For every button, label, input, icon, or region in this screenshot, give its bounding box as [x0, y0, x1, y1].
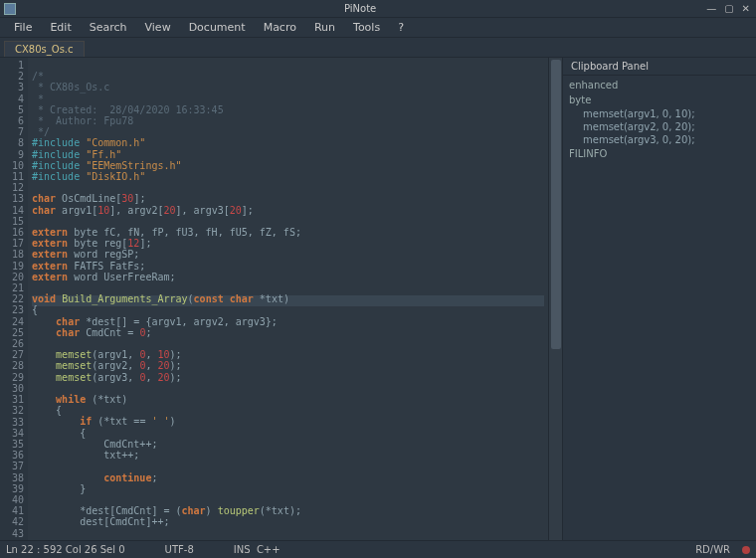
window-title: PiNote [20, 3, 700, 14]
minimize-button[interactable]: — [706, 3, 716, 14]
clipboard-panel-title: Clipboard Panel [563, 58, 756, 76]
titlebar: PiNote — ▢ ✕ [0, 0, 756, 18]
line-gutter: 1234567891011121314151617181920212223242… [0, 58, 28, 540]
status-indicator-icon [742, 546, 750, 554]
tabbar: CX80s_Os.c [0, 38, 756, 58]
status-position: Ln 22 : 592 Col 26 Sel 0 [6, 544, 125, 555]
close-button[interactable]: ✕ [742, 3, 750, 14]
editor[interactable]: 1234567891011121314151617181920212223242… [0, 58, 562, 540]
menu-view[interactable]: View [137, 19, 179, 36]
clipboard-panel: Clipboard Panel enhanced byte memset(arg… [562, 58, 756, 540]
scrollbar-thumb[interactable] [551, 60, 561, 349]
menu-tools[interactable]: Tools [345, 19, 388, 36]
menu-macro[interactable]: Macro [256, 19, 304, 36]
clipboard-item[interactable]: memset(argv2, 0, 20); [569, 120, 750, 133]
menubar: FileEditSearchViewDocumentMacroRunTools? [0, 18, 756, 38]
status-encoding: UTF-8 [165, 544, 194, 555]
menu-file[interactable]: File [6, 19, 40, 36]
clipboard-item[interactable]: memset(argv3, 0, 20); [569, 133, 750, 146]
clipboard-sub2: byte [569, 93, 750, 107]
status-readwrite: RD/WR [695, 544, 730, 555]
code-area[interactable]: /* * CX80s_Os.c * * Created: 28/04/2020 … [28, 58, 548, 540]
tab-file[interactable]: CX80s_Os.c [4, 41, 85, 57]
statusbar: Ln 22 : 592 Col 26 Sel 0 UTF-8 INS C++ R… [0, 540, 756, 558]
menu-document[interactable]: Document [181, 19, 254, 36]
maximize-button[interactable]: ▢ [724, 3, 733, 14]
app-icon [4, 3, 16, 15]
clipboard-item[interactable]: memset(argv1, 0, 10); [569, 107, 750, 120]
vertical-scrollbar[interactable] [548, 58, 562, 540]
menu-edit[interactable]: Edit [42, 19, 79, 36]
status-insert-mode: INS C++ [234, 544, 281, 555]
menu-run[interactable]: Run [306, 19, 343, 36]
menu-search[interactable]: Search [82, 19, 135, 36]
menu-?[interactable]: ? [390, 19, 412, 36]
clipboard-sub1: enhanced [569, 78, 750, 93]
clipboard-sub3: FILINFO [569, 146, 750, 161]
